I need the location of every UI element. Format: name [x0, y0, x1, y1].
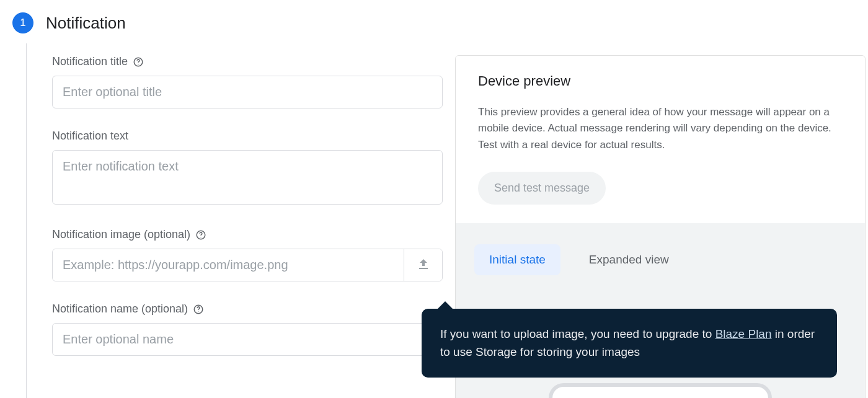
blaze-plan-link[interactable]: Blaze Plan	[715, 327, 772, 340]
upload-image-button[interactable]	[404, 249, 442, 281]
notification-step: 1 Notification Notification title Notifi…	[0, 0, 868, 398]
form-column: Notification title Notification text Not…	[27, 55, 455, 356]
svg-point-3	[201, 237, 202, 237]
notification-name-input[interactable]	[52, 323, 443, 356]
upload-icon	[416, 257, 431, 274]
tab-expanded-view-label: Expanded view	[589, 253, 669, 266]
tooltip-text-prefix: If you want to upload image, you need to…	[440, 327, 715, 340]
notification-image-label: Notification image (optional)	[52, 228, 190, 241]
notification-image-input[interactable]	[53, 249, 404, 281]
tab-expanded-view[interactable]: Expanded view	[574, 244, 684, 275]
device-preview-title: Device preview	[478, 73, 843, 89]
step-progress-line	[26, 43, 27, 398]
svg-point-1	[138, 64, 138, 64]
notification-image-row	[52, 249, 443, 281]
svg-rect-4	[419, 268, 428, 269]
field-notification-title: Notification title	[52, 55, 443, 108]
field-notification-name: Notification name (optional)	[52, 303, 443, 356]
notification-text-input[interactable]	[52, 150, 443, 205]
notification-title-label: Notification title	[52, 55, 128, 68]
device-preview-description: This preview provides a general idea of …	[478, 104, 843, 153]
notification-name-label: Notification name (optional)	[52, 303, 188, 316]
svg-point-6	[198, 311, 199, 312]
send-test-message-button[interactable]: Send test message	[478, 172, 606, 205]
field-label-row: Notification title	[52, 55, 443, 68]
preview-tabs: Initial state Expanded view	[474, 244, 846, 275]
help-icon[interactable]	[133, 56, 144, 68]
upload-upgrade-tooltip: If you want to upload image, you need to…	[422, 309, 837, 378]
section-title: Notification	[46, 14, 126, 33]
device-frame	[549, 383, 772, 398]
field-label-row: Notification image (optional)	[52, 228, 443, 241]
step-number-badge: 1	[12, 12, 33, 33]
step-header: 1 Notification	[0, 0, 868, 33]
preview-top: Device preview This preview provides a g…	[456, 56, 865, 223]
send-test-message-label: Send test message	[494, 182, 590, 194]
field-label-row: Notification text	[52, 130, 443, 143]
blaze-plan-link-text: Blaze Plan	[715, 327, 772, 340]
step-number: 1	[20, 17, 25, 29]
help-icon[interactable]	[195, 229, 206, 241]
help-icon[interactable]	[193, 304, 204, 315]
notification-text-label: Notification text	[52, 130, 128, 143]
notification-title-input[interactable]	[52, 76, 443, 108]
field-label-row: Notification name (optional)	[52, 303, 443, 316]
tab-initial-state-label: Initial state	[489, 253, 546, 266]
field-notification-text: Notification text	[52, 130, 443, 207]
tab-initial-state[interactable]: Initial state	[474, 244, 560, 275]
field-notification-image: Notification image (optional)	[52, 228, 443, 281]
